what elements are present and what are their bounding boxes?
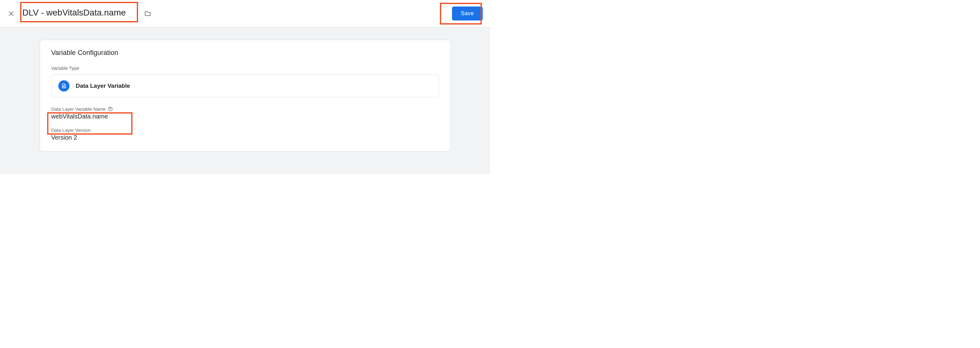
dlv-name-label: Data Layer Variable Name [51,106,106,112]
help-icon [108,106,113,112]
data-layer-variable-icon [58,80,70,92]
folder-button[interactable] [142,8,154,20]
variable-type-name: Data Layer Variable [76,83,130,89]
variable-name-input[interactable] [21,5,139,22]
dlv-name-value: webVitalsData.name [51,113,439,120]
variable-type-label: Variable Type [51,65,439,71]
card-title: Variable Configuration [51,49,439,57]
close-icon [8,10,14,17]
dlv-version-value: Version 2 [51,134,439,141]
close-button[interactable] [5,8,18,20]
variable-configuration-card: Variable Configuration Variable Type Dat… [40,40,450,151]
dlv-name-help[interactable] [108,106,113,112]
folder-icon [144,10,151,17]
save-button[interactable]: Save [452,6,482,21]
svg-point-3 [110,110,110,110]
dlv-version-label: Data Layer Version [51,127,91,133]
variable-type-selector[interactable]: Data Layer Variable [51,75,439,97]
